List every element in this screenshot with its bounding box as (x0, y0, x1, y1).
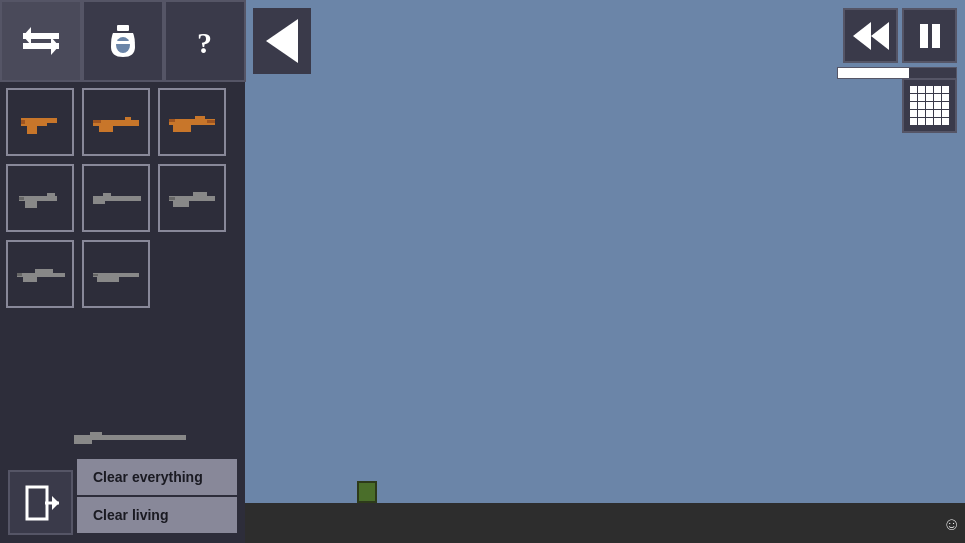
svg-rect-33 (35, 269, 53, 273)
svg-rect-24 (19, 197, 24, 200)
pause-icon (920, 24, 940, 48)
weapon-grid (0, 82, 245, 318)
playback-controls-area (837, 8, 957, 79)
rewind-button[interactable] (843, 8, 898, 63)
svg-rect-35 (17, 273, 22, 276)
svg-rect-6 (115, 41, 131, 44)
svg-rect-36 (93, 273, 139, 277)
inventory-button[interactable] (82, 0, 164, 82)
svg-rect-22 (47, 193, 55, 196)
grid-toggle-button[interactable] (902, 78, 957, 133)
svg-rect-19 (169, 119, 175, 122)
weapon-slot-3[interactable] (158, 88, 226, 156)
svg-rect-40 (74, 435, 92, 444)
progress-bar-fill (838, 68, 909, 78)
equipped-weapon-display (70, 428, 190, 448)
weapon-slot-6[interactable] (158, 164, 226, 232)
svg-marker-44 (52, 496, 59, 510)
svg-rect-13 (125, 117, 131, 120)
svg-rect-37 (97, 277, 119, 282)
weapon-slot-4[interactable] (6, 164, 74, 232)
svg-rect-4 (117, 25, 129, 31)
back-arrow-icon (266, 19, 298, 63)
weapon-slot-2[interactable] (82, 88, 150, 156)
exit-button[interactable] (8, 470, 73, 535)
svg-rect-15 (93, 120, 101, 123)
grid-icon (910, 86, 949, 125)
svg-marker-3 (51, 37, 59, 55)
top-toolbar: ? (0, 0, 245, 82)
svg-rect-21 (19, 196, 57, 201)
svg-rect-28 (169, 196, 215, 201)
playback-buttons (843, 8, 957, 63)
weapon-slot-7[interactable] (6, 240, 74, 308)
svg-rect-11 (21, 120, 25, 124)
weapon-slot-1[interactable] (6, 88, 74, 156)
rewind-icon (853, 22, 889, 50)
svg-rect-9 (43, 118, 57, 123)
svg-rect-10 (27, 126, 37, 134)
svg-rect-26 (93, 196, 105, 204)
svg-rect-38 (93, 274, 98, 276)
svg-rect-30 (173, 201, 189, 207)
svg-rect-41 (90, 432, 102, 435)
help-button[interactable]: ? (164, 0, 246, 82)
svg-rect-29 (193, 192, 207, 196)
weapon-slot-5[interactable] (82, 164, 150, 232)
svg-rect-27 (103, 193, 111, 196)
player-character (357, 481, 377, 503)
person-icon: ☺ (946, 515, 957, 535)
context-menu: Clear everything Clear living (77, 459, 237, 535)
clear-everything-button[interactable]: Clear everything (77, 459, 237, 495)
svg-rect-20 (207, 120, 215, 123)
svg-rect-14 (99, 126, 113, 132)
svg-rect-18 (173, 125, 191, 132)
weapon-slot-8[interactable] (82, 240, 150, 308)
svg-text:?: ? (197, 26, 212, 59)
svg-rect-17 (195, 116, 205, 119)
svg-rect-31 (169, 197, 175, 200)
svg-rect-34 (23, 277, 37, 282)
switch-button[interactable] (0, 0, 82, 82)
svg-rect-42 (27, 487, 47, 519)
svg-rect-32 (17, 273, 65, 277)
clear-living-button[interactable]: Clear living (77, 497, 237, 533)
ground (245, 503, 965, 543)
main-game-area[interactable]: ☺ (245, 0, 965, 543)
svg-marker-1 (23, 27, 31, 45)
sidebar: ? (0, 0, 245, 543)
svg-point-5 (116, 37, 130, 53)
bottom-area: Clear everything Clear living (0, 453, 245, 543)
back-button[interactable] (253, 8, 311, 74)
svg-rect-23 (25, 201, 37, 208)
pause-button[interactable] (902, 8, 957, 63)
